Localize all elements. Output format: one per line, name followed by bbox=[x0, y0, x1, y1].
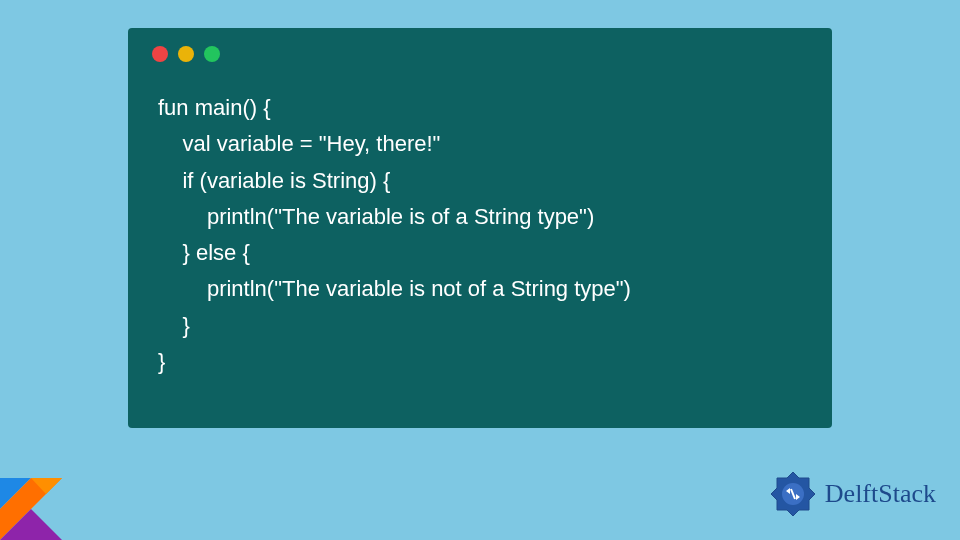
brand-name: DelftStack bbox=[825, 479, 936, 509]
window-controls bbox=[128, 28, 832, 70]
delftstack-logo-icon bbox=[767, 468, 819, 520]
kotlin-logo-icon bbox=[0, 478, 62, 540]
minimize-dot-icon bbox=[178, 46, 194, 62]
close-dot-icon bbox=[152, 46, 168, 62]
delftstack-branding: DelftStack bbox=[767, 468, 936, 520]
code-window: fun main() { val variable = "Hey, there!… bbox=[128, 28, 832, 428]
maximize-dot-icon bbox=[204, 46, 220, 62]
code-content: fun main() { val variable = "Hey, there!… bbox=[128, 70, 832, 400]
